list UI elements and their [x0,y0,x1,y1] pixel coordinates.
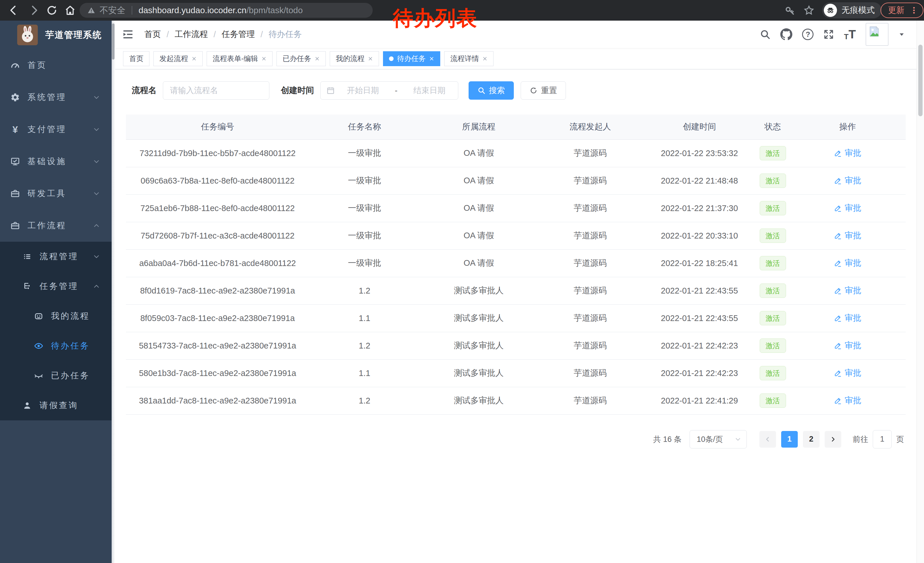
close-icon[interactable] [368,56,373,61]
sidebar-item-todo-tasks[interactable]: 待办任务 [0,331,112,361]
sidebar-item-label: 工作流程 [27,220,66,231]
approve-button[interactable]: 审批 [834,368,861,379]
sidebar-item-infra[interactable]: 基础设施 [0,146,112,177]
close-icon[interactable] [192,56,196,61]
gear-icon [10,93,20,102]
sidebar-collapse-icon[interactable] [122,29,134,41]
eye-icon [34,341,44,351]
page-scrollbar-thumb[interactable] [918,45,922,116]
eye-closed-icon [34,371,44,381]
address-bar[interactable]: 不安全 dashboard.yudao.iocoder.cn/bpm/task/… [80,3,373,18]
filter-bar: 流程名 创建时间 开始日期 - 结束日期 搜索 重置 [132,81,916,100]
github-icon[interactable] [780,29,792,41]
search-icon[interactable] [760,29,771,40]
breadcrumb-item[interactable]: 首页 [144,29,161,40]
approve-button[interactable]: 审批 [834,203,861,214]
sidebar-item-home[interactable]: 首页 [0,49,112,81]
tab-label: 我的流程 [336,54,364,63]
tab-my-process[interactable]: 我的流程 [330,51,379,66]
sidebar-item-label: 已办任务 [51,370,90,381]
approve-button[interactable]: 审批 [834,395,861,406]
approve-button[interactable]: 审批 [834,340,861,351]
update-button[interactable]: 更新 [880,3,923,18]
chevron-down-icon [735,436,741,443]
approve-button[interactable]: 审批 [834,147,861,159]
sidebar-item-system[interactable]: 系统管理 [0,81,112,113]
col-task-name: 任务名称 [309,114,420,140]
approve-button[interactable]: 审批 [834,285,861,296]
dashboard-icon [10,60,20,70]
approve-button[interactable]: 审批 [834,230,861,242]
chevron-down-icon [93,190,100,197]
table-header-row: 任务编号 任务名称 所属流程 流程发起人 创建时间 状态 操作 [126,114,906,140]
tab-done-tasks[interactable]: 已办任务 [276,51,326,66]
page-scrollbar[interactable] [916,21,924,563]
sidebar-item-done-tasks[interactable]: 已办任务 [0,361,112,390]
key-icon[interactable] [784,5,796,16]
sidebar-item-leave-query[interactable]: 请假查询 [0,390,112,420]
prev-page-button[interactable] [759,431,776,447]
breadcrumb-item[interactable]: 任务管理 [222,29,255,40]
not-secure-icon [87,6,96,15]
tab-todo-tasks[interactable]: 待办任务 [383,51,440,66]
security-label: 不安全 [100,5,125,17]
range-separator: - [395,86,397,95]
close-icon[interactable] [261,56,267,61]
home-icon[interactable] [64,4,76,17]
help-icon[interactable]: ? [802,29,813,40]
tab-home[interactable]: 首页 [123,51,149,66]
back-icon[interactable] [8,4,20,17]
tab-process-form-edit[interactable]: 流程表单-编辑 [207,51,273,66]
page-size-value: 10条/页 [697,434,723,444]
url-host: dashboard.yudao.iocoder.cn [138,6,246,15]
page-size-select[interactable]: 10条/页 [690,430,747,449]
start-date-placeholder: 开始日期 [340,85,386,96]
sidebar-item-my-process[interactable]: 我的流程 [0,301,112,331]
sidebar-item-payment[interactable]: ¥ 支付管理 [0,113,112,146]
sidebar-item-workflow[interactable]: 工作流程 [0,210,112,242]
sidebar-item-devtools[interactable]: 研发工具 [0,177,112,210]
app-logo[interactable]: 芋道管理系统 [0,21,112,49]
sidebar-scrollbar-thumb[interactable] [112,24,114,60]
next-page-button[interactable] [825,431,841,447]
col-task-id: 任务编号 [126,114,309,140]
approve-button[interactable]: 审批 [834,175,861,186]
active-dot [389,56,394,61]
sidebar-scrollbar[interactable] [112,21,115,563]
fullscreen-icon[interactable] [823,29,834,40]
tab-start-process[interactable]: 发起流程 [153,51,202,66]
incognito-badge: 无痕模式 [822,2,882,18]
star-icon[interactable] [803,5,814,16]
avatar[interactable] [866,23,888,46]
sidebar-item-process-mgmt[interactable]: 流程管理 [0,242,112,272]
forward-icon[interactable] [28,4,40,17]
approve-button[interactable]: 审批 [834,257,861,269]
status-badge: 激活 [760,393,786,408]
breadcrumb-separator: / [213,30,216,39]
refresh-icon [530,87,538,95]
breadcrumb-item[interactable]: 工作流程 [175,29,208,40]
tab-process-detail[interactable]: 流程详情 [444,51,494,66]
sidebar: 芋道管理系统 首页 系统管理 ¥ 支付管理 基础设施 研发工具 工作 [0,21,112,563]
font-size-icon[interactable]: TT [844,29,856,41]
approve-button[interactable]: 审批 [834,312,861,324]
search-button[interactable]: 搜索 [469,81,514,100]
more-vertical-icon[interactable] [910,6,918,15]
edit-icon [834,177,842,185]
process-name-input[interactable] [163,81,269,100]
reload-icon[interactable] [46,4,58,17]
page-button-1[interactable]: 1 [781,431,798,447]
date-range-picker[interactable]: 开始日期 - 结束日期 [320,81,458,100]
sidebar-item-task-mgmt[interactable]: 任务管理 [0,272,112,301]
close-icon[interactable] [482,56,488,61]
page-button-2[interactable]: 2 [803,431,819,447]
close-icon[interactable] [429,56,434,61]
reset-button[interactable]: 重置 [520,81,566,100]
close-icon[interactable] [315,56,320,61]
toolbox-icon [10,189,20,198]
sidebar-item-label: 待办任务 [51,340,90,352]
caret-down-icon[interactable] [898,31,905,38]
process-name-label: 流程名 [132,85,157,96]
briefcase-icon [10,221,20,231]
goto-page-input[interactable] [873,430,892,449]
